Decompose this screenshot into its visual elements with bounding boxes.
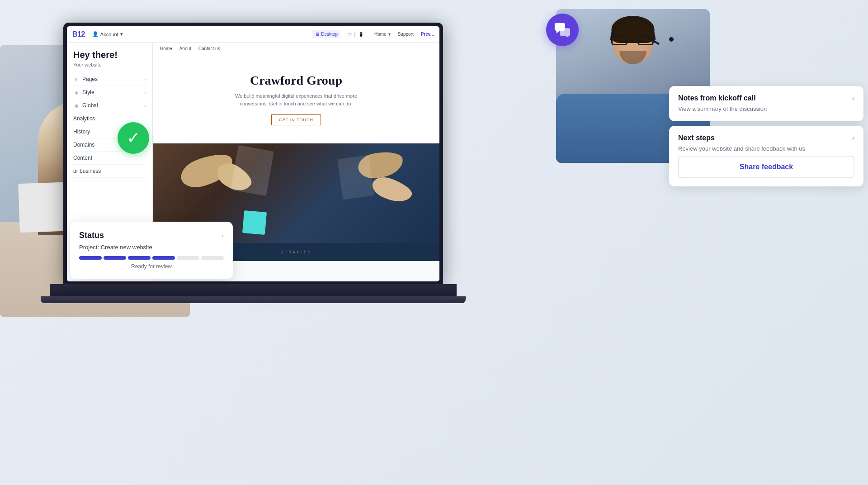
notes-card-title: Notes from kickoff call (678, 94, 756, 102)
progress-segment-3 (128, 256, 151, 260)
right-panel: Notes from kickoff call › View a summary… (669, 86, 863, 191)
content-label: Content (73, 155, 92, 161)
chat-bubble-button[interactable] (546, 14, 579, 46)
style-label: Style (82, 89, 94, 95)
sidebar-item-pages[interactable]: ≡ Pages › (73, 73, 146, 86)
progress-segment-6 (201, 256, 224, 260)
svg-marker-3 (565, 36, 569, 38)
laptop: B12 👤 Account ▾ 🖥 Desktop ▭ ▯ 📱 (63, 23, 461, 330)
view-mode-buttons: ▭ ▯ 📱 (348, 31, 363, 37)
notes-chevron-icon: › (852, 94, 854, 102)
global-label: Global (82, 102, 98, 109)
progress-segment-2 (104, 256, 126, 260)
next-steps-card[interactable]: Next steps › Review your website and sha… (669, 126, 863, 186)
account-chevron-icon: ▾ (120, 31, 123, 37)
svg-marker-1 (557, 31, 560, 33)
editor-topbar: B12 👤 Account ▾ 🖥 Desktop ▭ ▯ 📱 (67, 26, 439, 43)
pages-label: Pages (82, 76, 98, 82)
global-chevron-icon: › (145, 103, 146, 108)
style-chevron-icon: › (145, 90, 146, 95)
progress-segment-1 (79, 256, 102, 260)
website-topnav: Home About Contact us (153, 43, 439, 55)
notes-card-header: Notes from kickoff call › (678, 94, 854, 102)
desktop-view-label: Desktop (321, 32, 338, 37)
sidebar-item-style[interactable]: ◈ Style › (73, 86, 146, 99)
mobile-icon: 📱 (359, 32, 363, 37)
chat-bubble-svg (554, 21, 571, 38)
progress-segment-4 (152, 256, 175, 260)
notes-card[interactable]: Notes from kickoff call › View a summary… (669, 86, 863, 121)
sidebar-greeting: Hey there! (73, 50, 146, 60)
next-steps-title: Next steps (678, 134, 715, 142)
laptop-base (50, 284, 457, 298)
history-label: History (73, 128, 90, 135)
desktop-view-button[interactable]: 🖥 Desktop (312, 30, 340, 38)
nav-contact[interactable]: Contact us (198, 46, 220, 51)
sidebar-item-global[interactable]: ◉ Global › (73, 99, 146, 112)
laptop-bottom (41, 296, 466, 303)
hero-subtitle: We build meaningful digital experiences … (228, 92, 364, 107)
pages-chevron-icon: › (145, 77, 146, 82)
share-feedback-button[interactable]: Share feedback (678, 156, 854, 178)
notes-card-subtitle: View a summary of the discussion (678, 105, 854, 113)
progress-segment-5 (177, 256, 199, 260)
preview-label[interactable]: Prev... (421, 32, 434, 37)
style-icon: ◈ (73, 89, 80, 95)
sidebar-item-business[interactable]: ur business (73, 165, 146, 178)
user-icon: 👤 (92, 31, 99, 37)
pages-icon: ≡ (73, 76, 80, 82)
next-steps-chevron-icon: › (852, 134, 854, 142)
get-in-touch-button[interactable]: GET IN TOUCH (271, 114, 321, 125)
status-title: Status (79, 231, 104, 240)
account-label: Account (100, 32, 118, 37)
status-card-header: Status › (79, 231, 224, 240)
scene: B12 👤 Account ▾ 🖥 Desktop ▭ ▯ 📱 (0, 0, 868, 485)
account-menu[interactable]: 👤 Account ▾ (92, 31, 123, 37)
support-link[interactable]: Support (398, 32, 414, 37)
checkmark-icon: ✓ (127, 130, 140, 146)
progress-bar (79, 256, 224, 260)
home-chevron-icon: ▾ (388, 32, 391, 37)
business-label: ur business (73, 168, 101, 174)
home-label: Home (374, 32, 387, 37)
home-nav[interactable]: Home ▾ (374, 32, 391, 37)
desktop-icon: 🖥 (315, 32, 320, 37)
global-icon: ◉ (73, 102, 80, 109)
tablet-icon: ▭ (348, 31, 352, 37)
next-steps-subtitle: Review your website and share feedback w… (678, 145, 854, 153)
website-hero: Crawford Group We build meaningful digit… (153, 55, 439, 143)
status-project-label: Project: Create new website (79, 244, 224, 251)
sidebar-subtitle: Your website (73, 62, 146, 67)
next-steps-card-header: Next steps › (678, 134, 854, 142)
nav-home[interactable]: Home (160, 46, 172, 51)
services-label: SERVICES (280, 250, 311, 254)
status-card[interactable]: Status › Project: Create new website Rea… (70, 222, 233, 279)
status-chevron-icon: › (222, 232, 224, 239)
check-badge: ✓ (118, 122, 149, 154)
tablet2-icon: ▯ (354, 31, 357, 37)
domains-label: Domains (73, 142, 94, 148)
status-ready-label: Ready for review (79, 263, 224, 270)
headset-mic-ball (669, 37, 674, 42)
editor-logo: B12 (72, 30, 85, 38)
analytics-label: Analytics (73, 115, 95, 122)
company-name: Crawford Group (162, 73, 430, 88)
svg-rect-2 (560, 28, 570, 36)
nav-about[interactable]: About (179, 46, 191, 51)
